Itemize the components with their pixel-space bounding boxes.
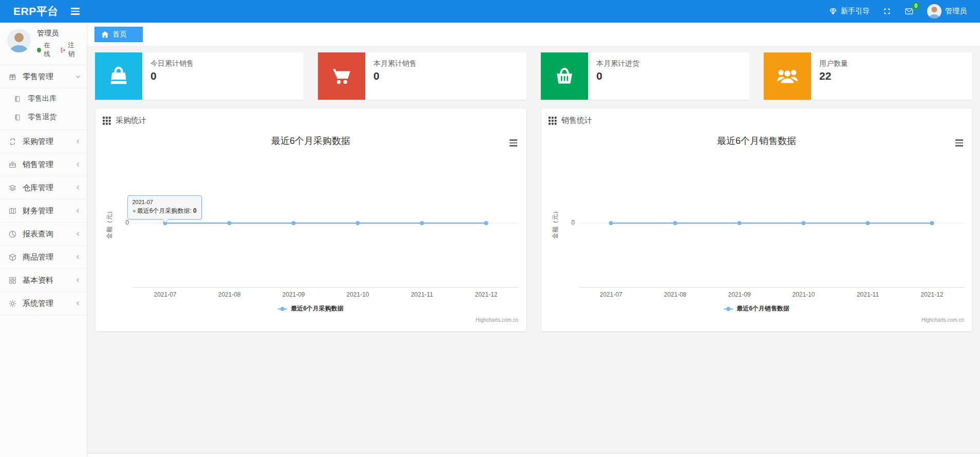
pie-chart-icon [8,230,17,239]
briefcase-icon [8,160,17,169]
sidebar-item-label: 基本资料 [23,276,53,285]
sidebar-user-panel: 管理员 在线 注销 [0,23,87,65]
legend-marker-icon [278,306,287,312]
stat-card-value: 0 [373,70,417,82]
sidebar-submenu: 零售出库零售退货 [0,88,87,130]
stat-card-label: 本月累计销售 [373,59,417,68]
chevron-left-icon [76,254,81,260]
grid-icon [8,276,17,285]
stat-card-3[interactable]: 用户数量22 [764,52,972,100]
sidebar-item-label: 报表查询 [23,229,53,239]
sidebar-item-label: 财务管理 [23,206,53,216]
sidebar-item-1[interactable]: 采购管理 [0,130,87,153]
panel-header: 销售统计 [541,108,972,131]
chevron-left-icon [76,208,81,213]
y-axis-title: 金额（元） [105,200,114,247]
guide-link[interactable]: 新手引导 [829,7,870,16]
sidebar-item-2[interactable]: 销售管理 [0,153,87,176]
chart-tooltip: 2021-07●最近6个月采购数据: 0 [127,195,202,220]
panel-title: 销售统计 [561,116,592,125]
journal-icon [13,114,23,121]
sidebar-subitem-0-1[interactable]: 零售退货 [0,108,87,126]
sidebar-menu-group: 基本资料 [0,269,87,292]
chevron-down-icon [76,74,81,79]
tooltip-value: 0 [193,207,197,214]
sidebar-item-label: 销售管理 [23,160,53,170]
stat-card-1[interactable]: 本月累计销售0 [318,52,526,100]
logout-icon [60,47,66,53]
sidebar-item-5[interactable]: 报表查询 [0,223,87,246]
x-axis-label: 2021-12 [475,291,497,298]
stat-card-label: 本月累计进货 [596,59,639,68]
x-axis-label: 2021-09 [282,291,305,298]
sidebar-item-4[interactable]: 财务管理 [0,199,87,223]
layers-icon [8,184,17,192]
sidebar-item-8[interactable]: 系统管理 [0,292,87,315]
footer-divider [87,453,980,457]
user-name-label: 管理员 [945,7,967,16]
stat-card-0[interactable]: 今日累计销售0 [95,52,304,100]
top-navbar: ERP平台 新手引导 0 管理员 [0,0,980,23]
sidebar-item-0[interactable]: 零售管理 [0,65,87,88]
x-axis-label: 2021-11 [857,291,879,298]
tab-home[interactable]: 首页 [95,27,143,42]
sidebar-menu-group: 系统管理 [0,292,87,315]
stat-card-value: 0 [150,70,194,82]
panel-1: 销售统计最近6个月销售数据2021-072021-082021-092021-1… [541,108,972,332]
x-axis-label: 2021-07 [599,291,622,298]
sidebar-item-3[interactable]: 仓库管理 [0,176,87,199]
x-axis-label: 2021-12 [920,291,943,298]
stat-card-label: 用户数量 [819,59,848,68]
stat-card-text: 用户数量22 [811,52,848,100]
user-avatar [927,4,941,19]
y-axis-title: 金额（元） [551,200,560,247]
breadcrumb: 首页 [87,23,980,46]
messages-button[interactable]: 0 [904,7,914,15]
tooltip-series-name: 最近6个月采购数据 [137,207,190,214]
sidebar-toggle-button[interactable] [71,8,80,15]
fullscreen-button[interactable] [883,7,891,15]
journal-icon [13,95,23,103]
users-icon [764,52,811,100]
package-icon [8,253,17,262]
stat-card-text: 本月累计销售0 [365,52,417,100]
stat-card-2[interactable]: 本月累计进货0 [541,52,749,100]
sidebar-item-label: 零售管理 [23,72,53,82]
sidebar-subitem-label: 零售出库 [28,94,56,103]
legend-marker-icon [724,306,733,312]
sidebar-menu: 零售管理零售出库零售退货采购管理销售管理仓库管理财务管理报表查询商品管理基本资料… [0,65,87,315]
stat-cards-row: 今日累计销售0本月累计销售0本月累计进货0用户数量22 [95,52,972,100]
user-menu[interactable]: 管理员 [927,4,967,19]
logout-link[interactable]: 注销 [60,41,80,59]
panel-title: 采购统计 [116,116,146,125]
chevron-left-icon [76,139,81,144]
gem-icon [829,7,837,15]
chart-legend[interactable]: 最近6个月采购数据 [96,304,526,313]
stat-card-text: 本月累计进货0 [588,52,639,100]
chevron-left-icon [76,231,81,236]
sidebar-item-label: 商品管理 [23,252,53,262]
x-axis-label: 2021-10 [346,291,369,298]
online-status-dot [37,48,41,52]
message-count-badge: 0 [912,3,919,10]
x-axis-label: 2021-07 [154,291,176,298]
stat-card-label: 今日累计销售 [150,59,194,68]
sidebar-item-7[interactable]: 基本资料 [0,269,87,292]
legend-label: 最近6个月采购数据 [291,304,344,313]
gear-icon [8,299,17,308]
highcharts-credit[interactable]: Highcharts.com.cn [921,317,964,323]
sidebar-item-label: 采购管理 [23,137,53,147]
sidebar-item-label: 系统管理 [23,299,53,308]
online-status-label: 在线 [44,41,55,59]
stat-card-value: 22 [819,70,848,82]
tooltip-row: ●最近6个月采购数据: 0 [133,207,197,215]
tooltip-header: 2021-07 [133,199,197,205]
sidebar-subitem-0-0[interactable]: 零售出库 [0,89,87,108]
highcharts-credit[interactable]: Highcharts.com.cn [476,317,518,323]
stat-card-value: 0 [596,70,639,82]
chart-legend[interactable]: 最近6个月销售数据 [541,304,972,313]
main-content: 首页 今日累计销售0本月累计销售0本月累计进货0用户数量22 采购统计最近6个月… [87,23,980,457]
sidebar-menu-group: 销售管理 [0,153,87,176]
home-icon [101,31,109,38]
sidebar-item-6[interactable]: 商品管理 [0,246,87,269]
